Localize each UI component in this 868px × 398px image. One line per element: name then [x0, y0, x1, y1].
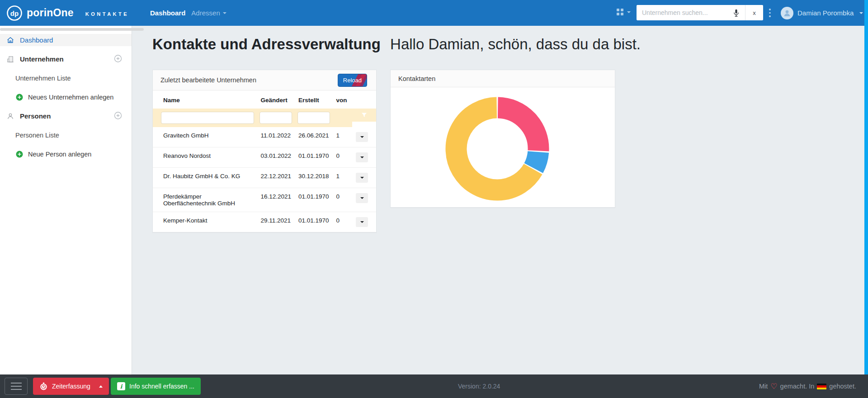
- avatar: [781, 7, 793, 19]
- stopwatch-icon: [39, 382, 48, 391]
- sidebar-item-label: Personen Liste: [15, 132, 59, 139]
- sidebar-item-label: Neues Unternehmen anlegen: [28, 94, 113, 101]
- sidebar-item-neues-unternehmen[interactable]: Neues Unternehmen anlegen: [0, 91, 132, 103]
- row-actions-dropdown-button[interactable]: [356, 173, 368, 183]
- version-label: Version: 2.0.24: [458, 374, 500, 398]
- row-actions-dropdown-button[interactable]: [356, 152, 368, 162]
- filter-name-input[interactable]: [161, 112, 254, 124]
- info-icon: i: [117, 382, 125, 390]
- user-name: Damian Porombka: [797, 9, 854, 17]
- sidebar-item-dashboard[interactable]: Dashboard: [0, 34, 132, 46]
- user-menu[interactable]: Damian Porombka: [781, 0, 863, 26]
- sidebar-item-label: Personen: [20, 112, 51, 120]
- sidebar-item-personen[interactable]: Personen: [0, 110, 132, 122]
- svg-text:dp: dp: [10, 9, 19, 17]
- row-actions-dropdown-button[interactable]: [356, 193, 368, 203]
- clear-search-button[interactable]: x: [745, 5, 763, 20]
- more-options-button[interactable]: [769, 9, 771, 19]
- chevron-down-icon: [360, 221, 364, 223]
- von-count-cell: 1: [333, 127, 353, 147]
- company-name-cell: Gravitech GmbH: [153, 127, 257, 147]
- made-with-love: Mit ♡ gemacht. In gehostet.: [759, 374, 856, 398]
- column-header-name[interactable]: Name: [153, 90, 257, 109]
- page-title: Kontakte und Adressverwaltung Hallo Dami…: [152, 34, 641, 54]
- footer-menu-button[interactable]: [5, 378, 28, 395]
- sidebar-item-unternehmen[interactable]: Unternehmen: [0, 53, 132, 65]
- bottom-bar: Zeiterfassung i Info schnell erfassen ..…: [0, 374, 868, 398]
- plus-circle-green-icon: [15, 150, 24, 158]
- zeiterfassung-button[interactable]: Zeiterfassung: [33, 378, 109, 395]
- donut-segment-pink: [498, 108, 538, 151]
- card-title: Kontaktarten: [398, 75, 435, 82]
- created-date-cell: 01.01.1970: [295, 212, 333, 232]
- row-actions-dropdown-button[interactable]: [356, 132, 368, 142]
- company-name-cell: Pferdekämper Oberflächentechnik GmbH: [153, 188, 257, 212]
- column-header-erstellt[interactable]: Erstellt: [295, 90, 333, 109]
- created-date-cell: 01.01.1970: [295, 188, 333, 212]
- table-row: Gravitech GmbH11.01.202226.06.20211: [153, 127, 376, 147]
- reload-button[interactable]: Reload: [338, 74, 367, 87]
- contact-types-header: Kontaktarten: [391, 70, 615, 87]
- page-scrollbar[interactable]: [864, 0, 868, 374]
- contact-types-card: Kontaktarten: [390, 70, 615, 208]
- brand-logo-icon: dp: [6, 5, 23, 21]
- column-header-geaendert[interactable]: Geändert: [257, 90, 295, 109]
- search-input[interactable]: [637, 5, 727, 20]
- modified-date-cell: 29.11.2021: [257, 212, 295, 232]
- modified-date-cell: 22.12.2021: [257, 168, 295, 188]
- von-count-cell: 0: [333, 212, 353, 232]
- horizontal-scrollbar-thumb[interactable]: [0, 28, 144, 31]
- von-count-cell: 1: [333, 168, 353, 188]
- filter-geaendert-input[interactable]: [259, 112, 292, 124]
- brand[interactable]: dp porinOne KONTAKTE: [6, 0, 129, 26]
- user-icon: [783, 9, 792, 18]
- sidebar-item-neue-person[interactable]: Neue Person anlegen: [0, 148, 132, 160]
- filter-erstellt-input[interactable]: [297, 112, 330, 124]
- sidebar-item-label: Unternehmen: [20, 55, 64, 63]
- filter-icon[interactable]: [361, 112, 368, 118]
- add-unternehmen-icon[interactable]: [113, 54, 123, 64]
- page-greeting: Hallo Damian, schön, dass du da bist.: [390, 36, 641, 52]
- brand-name: porinOne: [27, 7, 74, 19]
- table-filter-row: [153, 109, 376, 127]
- column-header-von[interactable]: von: [333, 90, 353, 109]
- apps-menu-button[interactable]: [617, 9, 631, 15]
- donut-segment-blue: [533, 152, 538, 168]
- created-date-cell: 26.06.2021: [295, 127, 333, 147]
- nav-link-adressen[interactable]: Adressen: [191, 9, 226, 17]
- chevron-down-icon: [627, 11, 631, 13]
- row-actions-dropdown-button[interactable]: [356, 217, 368, 227]
- plus-circle-green-icon: [15, 93, 24, 101]
- von-count-cell: 0: [333, 188, 353, 212]
- sidebar-item-unternehmen-liste[interactable]: Unternehmen Liste: [0, 72, 132, 84]
- sidebar-item-label: Dashboard: [20, 36, 53, 44]
- voice-search-button[interactable]: [727, 5, 745, 20]
- modified-date-cell: 11.01.2022: [257, 127, 295, 147]
- table-row: Reanovo Nordost03.01.202201.01.19700: [153, 147, 376, 168]
- sidebar: Dashboard Unternehmen Unternehmen Liste: [0, 26, 132, 374]
- card-title: Zuletzt bearbeitete Unternehmen: [160, 76, 256, 84]
- microphone-icon: [732, 9, 740, 17]
- navbar-links: Dashboard Adressen: [150, 0, 226, 26]
- table-row: Kemper-Kontakt29.11.202101.01.19700: [153, 212, 376, 232]
- hamburger-icon: [11, 383, 22, 384]
- app-label: KONTAKTE: [85, 11, 129, 17]
- top-navbar: dp porinOne KONTAKTE Dashboard Adressen …: [0, 0, 868, 26]
- sidebar-item-label: Unternehmen Liste: [15, 75, 71, 82]
- company-name-cell: Kemper-Kontakt: [153, 212, 257, 232]
- company-name-cell: Dr. Haubitz GmbH & Co. KG: [153, 168, 257, 188]
- page-title-text: Kontakte und Adressverwaltung: [152, 36, 381, 52]
- add-person-icon[interactable]: [113, 111, 123, 121]
- von-count-cell: 0: [333, 147, 353, 168]
- chevron-down-icon: [360, 136, 364, 138]
- table-header-row: Name Geändert Erstellt von: [153, 90, 376, 109]
- recent-companies-header: Zuletzt bearbeitete Unternehmen Reload: [153, 70, 376, 90]
- modified-date-cell: 16.12.2021: [257, 188, 295, 212]
- quick-info-button[interactable]: i Info schnell erfassen ...: [111, 378, 201, 395]
- person-icon: [6, 112, 15, 120]
- company-search: x: [637, 5, 763, 20]
- nav-link-dashboard[interactable]: Dashboard: [150, 9, 185, 17]
- home-icon: [6, 36, 15, 44]
- sidebar-item-personen-liste[interactable]: Personen Liste: [0, 129, 132, 141]
- chevron-down-icon: [223, 12, 226, 14]
